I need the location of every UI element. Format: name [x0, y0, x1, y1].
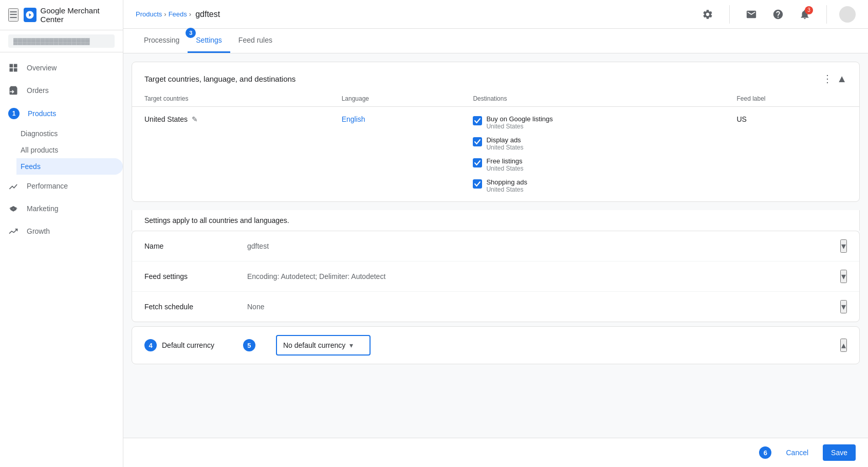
- currency-select-value: No default currency: [283, 341, 345, 349]
- feed-settings-expand-button[interactable]: ▾: [840, 270, 847, 283]
- bottom-bar: 6 Cancel Save: [123, 438, 868, 467]
- col-language: Language: [329, 91, 461, 107]
- sidebar: ☰ Google Merchant Center ▓▓▓▓▓▓▓▓▓▓▓▓▓▓▓…: [0, 0, 123, 467]
- card-title: Target countries, language, and destinat…: [144, 74, 296, 83]
- target-countries-card: Target countries, language, and destinat…: [132, 62, 860, 202]
- destination-free-listings: Free listings United States: [473, 157, 712, 172]
- notification-count: 3: [805, 6, 813, 14]
- country-cell: United States ✎: [144, 115, 317, 123]
- tab-settings[interactable]: 3 Settings: [188, 29, 230, 53]
- account-bar: ▓▓▓▓▓▓▓▓▓▓▓▓▓▓▓▓▓: [0, 30, 123, 52]
- settings-note: Settings apply to all countries and lang…: [132, 210, 860, 231]
- sidebar-item-growth[interactable]: Growth: [0, 220, 123, 242]
- mail-button[interactable]: [742, 5, 761, 24]
- card-header: Target countries, language, and destinat…: [132, 62, 859, 91]
- destination-display-ads: Display ads United States: [473, 136, 712, 151]
- sidebar-item-all-products[interactable]: All products: [21, 142, 123, 158]
- name-value: gdftest: [247, 242, 840, 250]
- table-row: United States ✎ English: [132, 107, 859, 202]
- buy-on-google-sublabel: United States: [486, 123, 552, 130]
- sidebar-item-overview-label: Overview: [27, 64, 57, 72]
- sidebar-item-products-label: Products: [28, 109, 56, 118]
- target-countries-table: Target countries Language Destinations F…: [132, 91, 859, 201]
- top-bar: Products › Feeds › gdftest 3: [123, 0, 868, 29]
- display-ads-label: Display ads: [486, 136, 523, 144]
- buy-on-google-checkbox[interactable]: [473, 116, 482, 125]
- breadcrumb-products[interactable]: Products: [136, 10, 162, 18]
- feed-label-value: US: [724, 107, 859, 202]
- shopping-ads-sublabel: United States: [486, 186, 527, 193]
- settings-rows-card: Name gdftest ▾ Feed settings Encoding: A…: [132, 231, 860, 322]
- top-bar-icons: 3: [698, 5, 856, 24]
- sidebar-item-growth-label: Growth: [27, 227, 50, 235]
- edit-country-icon[interactable]: ✎: [192, 115, 198, 123]
- settings-row-feed-settings: Feed settings Encoding: Autodetect; Deli…: [132, 261, 859, 292]
- sidebar-item-feeds[interactable]: Feeds: [16, 158, 123, 175]
- sidebar-item-orders[interactable]: Orders: [0, 79, 123, 102]
- free-listings-sublabel: United States: [486, 165, 523, 172]
- content-area: Target countries, language, and destinat…: [123, 53, 868, 438]
- name-label: Name: [144, 242, 247, 250]
- default-currency-content: Default currency 5 No default currency ▾: [162, 335, 371, 356]
- step-6-badge: 6: [759, 446, 771, 459]
- account-info: ▓▓▓▓▓▓▓▓▓▓▓▓▓▓▓▓▓: [8, 34, 115, 48]
- sidebar-header: ☰ Google Merchant Center: [0, 0, 123, 30]
- destination-buy-on-google: Buy on Google listings United States: [473, 115, 712, 130]
- sidebar-item-marketing-label: Marketing: [27, 204, 58, 213]
- feed-settings-label: Feed settings: [144, 272, 247, 281]
- shopping-ads-checkbox[interactable]: [473, 179, 482, 189]
- fetch-schedule-value: None: [247, 303, 840, 311]
- tab-feed-rules[interactable]: Feed rules: [230, 29, 281, 53]
- default-currency-section: 4 Default currency 5 No default currency…: [132, 326, 860, 364]
- tab-processing[interactable]: Processing: [136, 29, 188, 53]
- sidebar-item-products[interactable]: 1 Products: [0, 102, 123, 125]
- notifications-button[interactable]: 3: [796, 5, 814, 24]
- free-listings-label: Free listings: [486, 157, 523, 165]
- language-link[interactable]: English: [342, 115, 365, 123]
- destination-shopping-ads: Shopping ads United States: [473, 178, 712, 193]
- breadcrumb: Products › Feeds › gdftest: [136, 10, 220, 19]
- tabs-bar: Processing 3 Settings Feed rules: [123, 29, 868, 53]
- display-ads-checkbox[interactable]: [473, 137, 482, 146]
- sidebar-item-marketing[interactable]: Marketing: [0, 197, 123, 220]
- fetch-schedule-label: Fetch schedule: [144, 303, 247, 311]
- products-step-badge: 1: [8, 108, 20, 119]
- shopping-ads-label: Shopping ads: [486, 178, 527, 186]
- nav-items: Overview Orders 1 Products Diagnostics A…: [0, 52, 123, 467]
- sidebar-item-orders-label: Orders: [27, 86, 49, 95]
- display-ads-sublabel: United States: [486, 144, 523, 151]
- hamburger-menu-button[interactable]: ☰: [8, 8, 19, 22]
- breadcrumb-current: gdftest: [195, 10, 220, 19]
- more-options-button[interactable]: ⋮: [822, 72, 833, 85]
- cancel-button[interactable]: Cancel: [778, 444, 817, 461]
- app-name: Google Merchant Center: [41, 6, 115, 24]
- save-button[interactable]: Save: [823, 444, 856, 461]
- sidebar-item-performance-label: Performance: [27, 182, 68, 190]
- free-listings-checkbox[interactable]: [473, 158, 482, 167]
- buy-on-google-label: Buy on Google listings: [486, 115, 552, 123]
- collapse-button[interactable]: ▲: [837, 73, 847, 85]
- default-currency-label: Default currency: [162, 341, 214, 349]
- sidebar-item-overview[interactable]: Overview: [0, 57, 123, 79]
- settings-button[interactable]: [698, 5, 717, 24]
- help-button[interactable]: [769, 5, 787, 24]
- settings-row-fetch-schedule: Fetch schedule None ▾: [132, 292, 859, 322]
- breadcrumb-feeds[interactable]: Feeds: [169, 10, 187, 18]
- logo-area: Google Merchant Center: [24, 6, 115, 24]
- feed-settings-value: Encoding: Autodetect; Delimiter: Autodet…: [247, 272, 840, 281]
- default-currency-collapse-button[interactable]: ▴: [840, 339, 847, 352]
- chevron-down-icon: ▾: [349, 341, 353, 349]
- main-area: Products › Feeds › gdftest 3: [123, 0, 868, 467]
- step-5-badge: 5: [243, 339, 255, 351]
- app-logo: [24, 8, 36, 22]
- col-target-countries: Target countries: [132, 91, 329, 107]
- user-avatar[interactable]: [839, 6, 856, 23]
- fetch-schedule-expand-button[interactable]: ▾: [840, 300, 847, 313]
- settings-step-badge: 3: [186, 28, 196, 38]
- card-header-actions: ⋮ ▲: [822, 72, 847, 85]
- sidebar-item-performance[interactable]: Performance: [0, 175, 123, 197]
- name-expand-button[interactable]: ▾: [840, 239, 847, 253]
- sidebar-item-diagnostics[interactable]: Diagnostics: [21, 125, 123, 142]
- default-currency-dropdown[interactable]: No default currency ▾: [276, 335, 371, 356]
- col-destinations: Destinations: [460, 91, 724, 107]
